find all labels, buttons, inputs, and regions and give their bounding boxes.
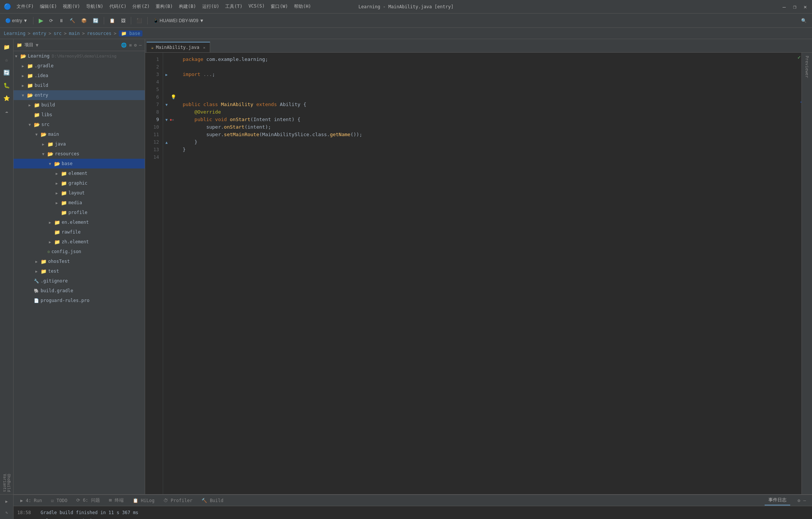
tree-item-main[interactable]: ▼ 📂 main bbox=[14, 129, 145, 139]
close-button[interactable]: ✕ bbox=[802, 4, 808, 10]
pause-button[interactable]: ⏸ bbox=[57, 16, 66, 26]
todo-tab[interactable]: ☑ TODO bbox=[47, 496, 71, 505]
tree-item-entry[interactable]: ▼ 📂 entry bbox=[14, 90, 145, 100]
previewer-label[interactable]: Previewer bbox=[804, 56, 809, 78]
tree-item-graphic[interactable]: ▶ 📁 graphic bbox=[14, 178, 145, 188]
menu-view[interactable]: 视图(V) bbox=[61, 3, 82, 11]
tree-item-en-element[interactable]: ▶ 📁 en.element bbox=[14, 217, 145, 227]
tab-main-ability[interactable]: ☕ MainAbility.java ✕ bbox=[147, 42, 210, 52]
tree-item-element[interactable]: ▶ 📁 element bbox=[14, 168, 145, 178]
star-icon[interactable]: ⭐ bbox=[1, 93, 12, 104]
menu-window[interactable]: 窗口(W) bbox=[268, 3, 290, 11]
breadcrumb-learning[interactable]: Learning bbox=[4, 31, 26, 36]
sync-button[interactable]: ⟳ bbox=[47, 16, 55, 26]
menu-tools[interactable]: 工具(T) bbox=[223, 3, 245, 11]
log-entry-1: 18:58 Release remote device success. bbox=[17, 517, 808, 519]
tree-item-entry-build[interactable]: ▶ 📁 build bbox=[14, 100, 145, 110]
tree-item-build-root[interactable]: ▶ 📁 build bbox=[14, 80, 145, 90]
breadcrumb-entry[interactable]: entry bbox=[33, 31, 46, 36]
debug-icon[interactable]: 🐛 bbox=[1, 80, 12, 91]
breakpoint-icon[interactable]: ● bbox=[170, 118, 172, 121]
fold-12[interactable]: ▲ bbox=[163, 138, 170, 146]
fold-9[interactable]: ▼ bbox=[163, 116, 170, 123]
tree-item-config-json[interactable]: ▶ ⚙ config.json bbox=[14, 247, 145, 256]
build-tab[interactable]: 🔨 Build bbox=[198, 496, 227, 505]
tree-item-proguard[interactable]: ▶ 📄 proguard-rules.pro bbox=[14, 296, 145, 305]
tab-close-icon[interactable]: ✕ bbox=[203, 46, 205, 50]
run-config-button[interactable]: 🔵 entry ▼ bbox=[3, 16, 30, 26]
code-content[interactable]: package com.example.learning ; import ..… bbox=[177, 53, 796, 494]
menu-nav[interactable]: 导航(N) bbox=[84, 3, 106, 11]
project-icon[interactable]: 📁 bbox=[1, 41, 12, 53]
menu-analyze[interactable]: 分析(Z) bbox=[130, 3, 152, 11]
list-icon[interactable]: ≡ bbox=[129, 42, 132, 48]
maximize-button[interactable]: ❐ bbox=[792, 4, 798, 10]
hilog-tab[interactable]: 📋 HiLog bbox=[129, 496, 158, 505]
tree-item-build-gradle[interactable]: ▶ 🐘 build.gradle bbox=[14, 286, 145, 296]
run-strip-icon[interactable]: ▶ bbox=[1, 496, 12, 507]
tree-item-gradle[interactable]: ▶ 📁 .gradle bbox=[14, 61, 145, 71]
settings-bottom-icon[interactable]: ⚙ bbox=[798, 498, 800, 503]
layout-button[interactable]: 📋 bbox=[107, 16, 117, 26]
folder-icon: 📁 bbox=[27, 73, 33, 79]
chevron-down-icon: ▼ bbox=[36, 42, 38, 48]
profiler-tab[interactable]: ⏱ Profiler bbox=[160, 496, 196, 505]
run-tab[interactable]: ▶ 4: Run bbox=[17, 496, 46, 505]
sync-icon[interactable]: 🔄 bbox=[1, 67, 12, 78]
menu-help[interactable]: 帮助(H) bbox=[292, 3, 314, 11]
refresh-button[interactable]: 🔄 bbox=[91, 16, 101, 26]
minimize-button[interactable]: — bbox=[781, 4, 787, 10]
tree-item-layout[interactable]: ▶ 📁 layout bbox=[14, 188, 145, 198]
fold-7[interactable]: ▼ bbox=[163, 101, 170, 108]
preview-button[interactable]: 🖼 bbox=[119, 16, 128, 26]
ohos-build-icon[interactable]: OhoBuildVariants bbox=[0, 472, 14, 494]
menu-edit[interactable]: 编辑(E) bbox=[38, 3, 59, 11]
bulb-icon-line6[interactable]: 💡 bbox=[170, 93, 177, 101]
tree-item-src[interactable]: ▼ 📂 src bbox=[14, 120, 145, 129]
separator-3 bbox=[131, 17, 131, 24]
run-button[interactable]: ▶ bbox=[36, 16, 45, 26]
fold-3[interactable]: ▶ bbox=[163, 71, 170, 78]
tree-item-gitignore[interactable]: ▶ 🔧 .gitignore bbox=[14, 276, 145, 286]
cloud-icon[interactable]: ☁ bbox=[1, 105, 12, 117]
tree-item-libs[interactable]: ▶ 📁 libs bbox=[14, 110, 145, 120]
tree-item-test[interactable]: ▶ 📁 test bbox=[14, 266, 145, 276]
search-toolbar-button[interactable]: 🔍 bbox=[799, 16, 809, 26]
package-button[interactable]: 📦 bbox=[79, 16, 89, 26]
minimize-panel-icon[interactable]: — bbox=[139, 42, 142, 48]
menu-code[interactable]: 代码(C) bbox=[107, 3, 129, 11]
edit-strip-icon[interactable]: ✎ bbox=[1, 507, 12, 518]
tree-item-rawfile[interactable]: ▶ 📁 rawfile bbox=[14, 227, 145, 237]
tree-item-learning[interactable]: ▼ 📂 Learning D:\HarmonyOS\demo\Learning bbox=[14, 51, 145, 61]
problems-tab[interactable]: ⟳ 6: 问题 bbox=[73, 496, 104, 505]
menu-file[interactable]: 文件(F) bbox=[14, 3, 36, 11]
menu-run[interactable]: 运行(U) bbox=[200, 3, 222, 11]
tree-item-resources[interactable]: ▼ 📂 resources bbox=[14, 149, 145, 159]
stop-button[interactable]: ⬛ bbox=[134, 16, 144, 26]
tree-item-zh-element[interactable]: ▶ 📁 zh.element bbox=[14, 237, 145, 247]
breadcrumb-src[interactable]: src bbox=[53, 31, 62, 36]
tree-item-media[interactable]: ▶ 📁 media bbox=[14, 198, 145, 208]
chevron-icon: ▼ bbox=[35, 132, 41, 137]
globe-icon[interactable]: 🌐 bbox=[121, 42, 127, 48]
menu-refactor[interactable]: 重构(B) bbox=[153, 3, 175, 11]
breadcrumb-resources[interactable]: resources bbox=[87, 31, 111, 36]
breadcrumb-main[interactable]: main bbox=[69, 31, 80, 36]
tree-item-ohos-test[interactable]: ▶ 📁 ohosTest bbox=[14, 256, 145, 266]
scroll-indicator bbox=[800, 102, 801, 103]
tree-item-java[interactable]: ▶ 📁 java bbox=[14, 139, 145, 149]
minimize-bottom-icon[interactable]: — bbox=[803, 498, 806, 503]
tree-item-idea[interactable]: ▶ 📁 .idea bbox=[14, 71, 145, 80]
terminal-tab[interactable]: ⊠ 终端 bbox=[105, 496, 127, 505]
tree-item-base[interactable]: ▼ 📂 base bbox=[14, 159, 145, 168]
breadcrumb-base[interactable]: 📁 base bbox=[119, 30, 142, 36]
tree-item-profile[interactable]: ▶ 📁 profile bbox=[14, 208, 145, 217]
device-button[interactable]: 📱 HUAWEI DBY-W09 ▼ bbox=[151, 16, 206, 26]
menu-vcs[interactable]: VCS(S) bbox=[246, 3, 267, 11]
build-button[interactable]: 🔨 bbox=[67, 16, 77, 26]
menu-build[interactable]: 构建(B) bbox=[177, 3, 198, 11]
favorites-icon[interactable]: ☆ bbox=[1, 54, 12, 65]
settings-icon[interactable]: ⚙ bbox=[134, 42, 137, 48]
event-log-tab[interactable]: 事件日志 bbox=[765, 495, 790, 505]
folder-icon: 📂 bbox=[54, 161, 60, 167]
